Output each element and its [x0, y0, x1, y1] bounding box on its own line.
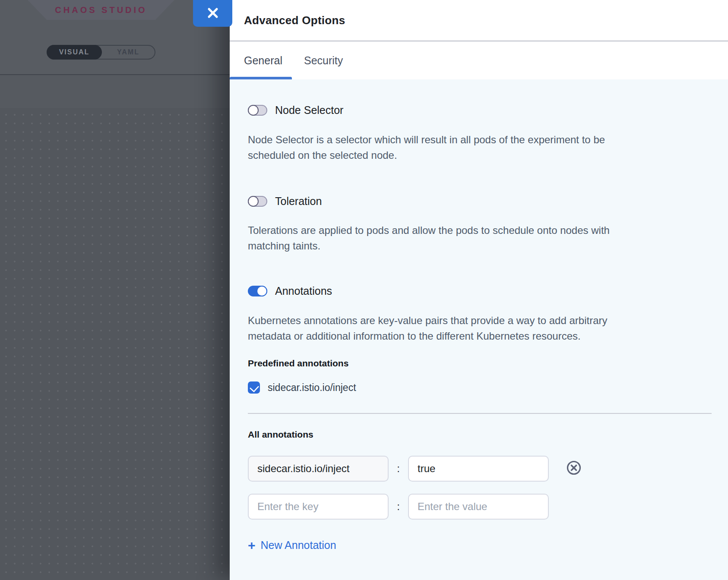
predefined-annotation-option: sidecar.istio.io/inject	[248, 381, 712, 394]
annotation-row: :	[248, 456, 712, 482]
annotations-row: Annotations	[248, 285, 712, 297]
toleration-row: Toleration	[248, 195, 712, 208]
tab-security-label: Security	[304, 54, 343, 67]
toleration-description: Tolerations are applied to pods and allo…	[248, 223, 712, 254]
toleration-toggle[interactable]	[248, 196, 267, 207]
sidecar-inject-checkbox[interactable]	[248, 381, 260, 394]
new-annotation-key-input[interactable]	[248, 494, 389, 520]
new-annotation-button[interactable]: + New Annotation	[248, 539, 336, 552]
tab-general-label: General	[244, 54, 282, 67]
experiment-canvas	[0, 108, 230, 580]
visual-yaml-toggle[interactable]: VISUAL YAML	[47, 45, 155, 60]
toolbar-band	[0, 75, 230, 108]
node-selector-description: Node Selector is a selector which will r…	[248, 132, 712, 163]
studio-title: CHAOS STUDIO	[28, 0, 174, 20]
annotation-value-input[interactable]	[408, 456, 549, 482]
chaos-studio-background: CHAOS STUDIO VISUAL YAML	[0, 0, 230, 580]
drawer-header: Advanced Options	[230, 0, 728, 41]
key-value-separator: :	[389, 501, 408, 513]
toleration-label: Toleration	[275, 195, 322, 208]
yaml-toggle-option[interactable]: YAML	[102, 46, 155, 59]
tab-general[interactable]: General	[230, 41, 292, 79]
predefined-annotations-heading: Predefined annotations	[248, 358, 712, 369]
toggle-knob	[248, 105, 259, 116]
annotations-label: Annotations	[275, 285, 332, 297]
toggle-knob	[248, 196, 259, 207]
annotations-description: Kubernetes annotations are key-value pai…	[248, 313, 712, 344]
circle-x-icon	[567, 460, 581, 477]
key-value-separator: :	[389, 463, 408, 475]
tab-security[interactable]: Security	[294, 41, 352, 79]
annotation-row: :	[248, 494, 712, 520]
active-tab-underline	[230, 77, 292, 79]
all-annotations-heading: All annotations	[248, 429, 712, 440]
delete-annotation-button[interactable]	[567, 461, 581, 476]
node-selector-label: Node Selector	[275, 104, 343, 117]
toggle-knob	[256, 286, 267, 296]
new-annotation-value-input[interactable]	[408, 494, 549, 520]
drawer-title: Advanced Options	[244, 14, 345, 27]
close-drawer-button[interactable]	[193, 0, 232, 27]
new-annotation-label: New Annotation	[261, 539, 336, 552]
drawer-content: Node Selector Node Selector is a selecto…	[230, 104, 728, 552]
plus-icon: +	[248, 540, 256, 551]
close-icon	[207, 7, 219, 20]
annotation-key-input[interactable]	[248, 456, 389, 482]
drawer-tabs: General Security	[230, 41, 728, 79]
advanced-options-drawer: Advanced Options General Security Node S…	[230, 0, 728, 580]
sidecar-inject-checkbox-label: sidecar.istio.io/inject	[268, 382, 356, 394]
node-selector-toggle[interactable]	[248, 105, 267, 116]
annotations-section-divider	[248, 413, 712, 414]
annotations-toggle[interactable]	[248, 286, 267, 296]
node-selector-row: Node Selector	[248, 104, 712, 117]
visual-toggle-option[interactable]: VISUAL	[47, 45, 102, 60]
